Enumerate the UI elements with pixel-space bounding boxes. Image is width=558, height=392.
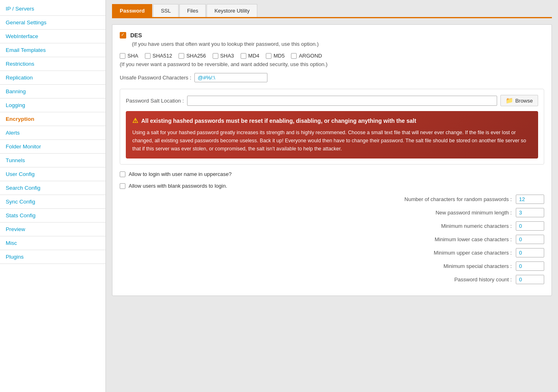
form-field-label-5: Minimum special characters : bbox=[398, 263, 512, 269]
browse-label: Browse bbox=[515, 98, 533, 104]
hash-description: (If you never want a password to be reve… bbox=[120, 61, 544, 67]
hash-option-sha512: SHA512 bbox=[145, 53, 172, 59]
sidebar-item-folder-monitor[interactable]: Folder Monitor bbox=[0, 140, 106, 154]
form-field-row-4: Minimum upper case characters : bbox=[120, 248, 544, 257]
warning-body-text: Using a salt for your hashed password gr… bbox=[132, 129, 532, 153]
form-field-label-3: Minimum lower case characters : bbox=[398, 236, 512, 242]
allow-uppercase-label: Allow to login with user name in upperca… bbox=[129, 171, 232, 177]
warning-icon: ⚠ bbox=[132, 117, 138, 124]
hash-checkbox-argond[interactable] bbox=[291, 53, 297, 59]
sidebar-item-tunnels[interactable]: Tunnels bbox=[0, 154, 106, 167]
sidebar-item-replication[interactable]: Replication bbox=[0, 71, 106, 85]
hash-label-argond: ARGOND bbox=[299, 53, 322, 59]
tab-password[interactable]: Password bbox=[112, 4, 152, 17]
hash-label-sha512: SHA512 bbox=[153, 53, 172, 59]
hash-option-md5: MD5 bbox=[266, 53, 284, 59]
sidebar-item-webinterface[interactable]: WebInterface bbox=[0, 30, 106, 43]
tab-bar: PasswordSSLFilesKeystore Utility bbox=[112, 4, 552, 18]
sidebar-item-encryption[interactable]: Encryption bbox=[0, 112, 106, 126]
hash-label-md5: MD5 bbox=[274, 53, 284, 59]
form-field-row-5: Minimum special characters : bbox=[120, 261, 544, 271]
hash-label-sha: SHA bbox=[127, 53, 138, 59]
form-fields-container: Number of characters for random password… bbox=[120, 195, 544, 284]
unsafe-chars-row: Unsafe Password Characters : bbox=[120, 73, 544, 82]
warning-box: ⚠ All existing hashed passwords must be … bbox=[126, 111, 538, 159]
allow-blank-row: Allow users with blank passwords to logi… bbox=[120, 183, 544, 189]
hash-option-sha: SHA bbox=[120, 53, 138, 59]
hash-checkbox-sha256[interactable] bbox=[179, 53, 184, 59]
des-description: (If you have users that often want you t… bbox=[132, 41, 544, 47]
form-field-row-0: Number of characters for random password… bbox=[120, 195, 544, 204]
salt-section: Password Salt Location : 📁 Browse ⚠ All … bbox=[120, 89, 544, 165]
sidebar: IP / ServersGeneral SettingsWebInterface… bbox=[0, 0, 106, 392]
des-row: DES bbox=[120, 32, 544, 39]
form-field-input-3[interactable] bbox=[516, 235, 544, 244]
form-field-label-2: Minimum numeric characters : bbox=[398, 223, 512, 229]
unsafe-chars-input[interactable] bbox=[194, 73, 267, 82]
form-field-row-6: Password history count : bbox=[120, 275, 544, 284]
hash-option-sha3: SHA3 bbox=[213, 53, 234, 59]
form-field-row-3: Minimum lower case characters : bbox=[120, 235, 544, 244]
form-field-label-1: New password minimum length : bbox=[398, 210, 512, 216]
form-field-label-0: Number of characters for random password… bbox=[398, 196, 512, 202]
sidebar-item-restrictions[interactable]: Restrictions bbox=[0, 57, 106, 71]
salt-location-label: Password Salt Location : bbox=[126, 98, 184, 104]
warning-title-text: All existing hashed passwords must be re… bbox=[141, 118, 416, 124]
sidebar-item-sync-config[interactable]: Sync Config bbox=[0, 195, 106, 209]
form-field-row-1: New password minimum length : bbox=[120, 208, 544, 217]
form-field-input-4[interactable] bbox=[516, 248, 544, 257]
hash-checkbox-sha512[interactable] bbox=[145, 53, 151, 59]
allow-uppercase-checkbox[interactable] bbox=[120, 171, 125, 177]
hash-checkbox-sha[interactable] bbox=[120, 53, 125, 59]
form-field-input-2[interactable] bbox=[516, 221, 544, 231]
sidebar-item-ip-servers[interactable]: IP / Servers bbox=[0, 2, 106, 16]
warning-title-row: ⚠ All existing hashed passwords must be … bbox=[132, 117, 532, 124]
sidebar-item-user-config[interactable]: User Config bbox=[0, 167, 106, 181]
sidebar-item-email-templates[interactable]: Email Templates bbox=[0, 43, 106, 57]
form-field-label-6: Password history count : bbox=[398, 276, 512, 283]
hash-label-md4: MD4 bbox=[248, 53, 259, 59]
sidebar-item-search-config[interactable]: Search Config bbox=[0, 181, 106, 195]
sidebar-item-alerts[interactable]: Alerts bbox=[0, 126, 106, 140]
allow-blank-checkbox[interactable] bbox=[120, 183, 125, 189]
allow-uppercase-row: Allow to login with user name in upperca… bbox=[120, 171, 544, 177]
tab-ssl[interactable]: SSL bbox=[153, 4, 179, 17]
hash-option-argond: ARGOND bbox=[291, 53, 322, 59]
content-panel: DES (If you have users that often want y… bbox=[112, 24, 552, 296]
tab-files[interactable]: Files bbox=[179, 4, 206, 17]
sidebar-item-banning[interactable]: Banning bbox=[0, 85, 106, 99]
main-content: PasswordSSLFilesKeystore Utility DES (If… bbox=[106, 0, 558, 392]
hash-option-md4: MD4 bbox=[241, 53, 259, 59]
form-field-row-2: Minimum numeric characters : bbox=[120, 221, 544, 231]
sidebar-item-logging[interactable]: Logging bbox=[0, 99, 106, 112]
browse-button[interactable]: 📁 Browse bbox=[500, 95, 538, 106]
form-field-input-0[interactable] bbox=[516, 195, 544, 204]
sidebar-item-plugins[interactable]: Plugins bbox=[0, 250, 106, 264]
hash-label-sha256: SHA256 bbox=[186, 53, 206, 59]
form-field-label-4: Minimum upper case characters : bbox=[398, 250, 512, 256]
form-field-input-6[interactable] bbox=[516, 275, 544, 284]
salt-location-input[interactable] bbox=[187, 96, 497, 106]
hash-label-sha3: SHA3 bbox=[220, 53, 234, 59]
hash-checkbox-md4[interactable] bbox=[241, 53, 246, 59]
hash-options-row: SHASHA512SHA256SHA3MD4MD5ARGOND bbox=[120, 53, 544, 59]
tab-keystore-utility[interactable]: Keystore Utility bbox=[207, 4, 257, 17]
sidebar-item-stats-config[interactable]: Stats Config bbox=[0, 209, 106, 223]
des-checkbox[interactable] bbox=[120, 32, 126, 39]
hash-checkbox-sha3[interactable] bbox=[213, 53, 218, 59]
salt-location-row: Password Salt Location : 📁 Browse bbox=[126, 95, 538, 106]
allow-blank-label: Allow users with blank passwords to logi… bbox=[129, 183, 227, 189]
hash-checkbox-md5[interactable] bbox=[266, 53, 271, 59]
unsafe-chars-label: Unsafe Password Characters : bbox=[120, 75, 191, 81]
folder-icon: 📁 bbox=[506, 97, 513, 104]
sidebar-item-misc[interactable]: Misc bbox=[0, 236, 106, 250]
sidebar-item-general-settings[interactable]: General Settings bbox=[0, 16, 106, 30]
form-field-input-1[interactable] bbox=[516, 208, 544, 217]
des-label: DES bbox=[130, 32, 142, 39]
sidebar-item-preview[interactable]: Preview bbox=[0, 223, 106, 236]
hash-option-sha256: SHA256 bbox=[179, 53, 206, 59]
form-field-input-5[interactable] bbox=[516, 261, 544, 271]
